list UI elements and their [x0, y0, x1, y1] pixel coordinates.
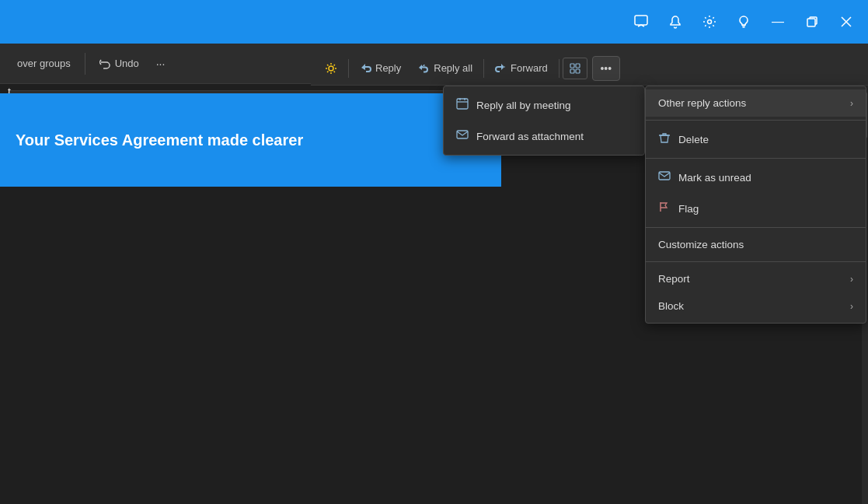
- mark-unread-label: Mark as unread: [678, 172, 751, 184]
- svg-rect-5: [576, 64, 580, 68]
- block-label: Block: [658, 300, 684, 312]
- reply-all-meeting-label: Reply all by meeting: [476, 100, 571, 111]
- customize-actions-item[interactable]: Customize actions: [646, 231, 866, 258]
- close-button[interactable]: [831, 6, 862, 37]
- lightbulb-icon[interactable]: [728, 6, 759, 37]
- other-reply-actions-label: Other reply actions: [658, 97, 746, 109]
- feedback-icon[interactable]: [626, 6, 657, 37]
- svg-rect-9: [457, 131, 468, 138]
- sep3: [559, 59, 559, 78]
- delete-label: Delete: [678, 134, 709, 145]
- dropdown-level2: Other reply actions › Delete Mark as unr…: [645, 86, 866, 324]
- flag-icon: [658, 201, 671, 216]
- svg-rect-0: [635, 16, 647, 25]
- block-arrow-icon: ›: [850, 301, 853, 312]
- sun-btn[interactable]: [317, 58, 345, 79]
- minimize-button[interactable]: —: [762, 6, 793, 37]
- more-options-btn[interactable]: ···: [150, 53, 172, 75]
- report-label: Report: [658, 273, 690, 285]
- action-more-btn[interactable]: •••: [592, 56, 620, 81]
- undo-label: Undo: [115, 58, 139, 69]
- other-reply-actions-item[interactable]: Other reply actions ›: [646, 89, 866, 117]
- email-hero-title: Your Services Agreement made clearer: [16, 131, 303, 149]
- svg-rect-8: [457, 99, 468, 109]
- undo-btn[interactable]: Undo: [92, 53, 147, 74]
- svg-rect-6: [570, 69, 574, 73]
- mark-unread-item[interactable]: Mark as unread: [646, 162, 866, 193]
- titlebar: —: [0, 0, 868, 44]
- forward-btn[interactable]: Forward: [487, 58, 556, 78]
- reply-label: Reply: [375, 62, 401, 74]
- svg-rect-10: [659, 172, 670, 180]
- restore-button[interactable]: [797, 6, 828, 37]
- svg-point-3: [329, 66, 333, 71]
- flag-label: Flag: [678, 203, 699, 215]
- block-item[interactable]: Block ›: [646, 292, 866, 320]
- forward-label: Forward: [511, 62, 548, 74]
- grid-view-btn[interactable]: [563, 58, 587, 79]
- cover-groups-btn[interactable]: over groups: [9, 53, 78, 74]
- mail-attachment-icon: [456, 128, 469, 144]
- forward-attachment-item[interactable]: Forward as attachment: [444, 121, 644, 152]
- action-bar: Reply Reply all Forward •••: [311, 51, 868, 86]
- svg-point-1: [708, 20, 712, 24]
- dd-sep-4: [646, 261, 866, 262]
- reply-all-meeting-item[interactable]: Reply all by meeting: [444, 89, 644, 121]
- bell-icon[interactable]: [660, 6, 691, 37]
- svg-rect-4: [570, 64, 574, 68]
- cover-groups-label: over groups: [17, 58, 71, 69]
- flag-item[interactable]: Flag: [646, 193, 866, 224]
- svg-rect-7: [576, 69, 580, 73]
- report-arrow-icon: ›: [850, 274, 853, 285]
- calendar-icon: [456, 97, 469, 113]
- sep1: [348, 59, 349, 78]
- reply-all-btn[interactable]: Reply all: [410, 58, 480, 78]
- dd-sep-1: [646, 120, 866, 121]
- customize-actions-label: Customize actions: [658, 239, 744, 250]
- sep2: [483, 59, 484, 78]
- toolbar-divider-1: [85, 53, 85, 75]
- email-hero: Your Services Agreement made clearer: [0, 93, 501, 187]
- delete-item[interactable]: Delete: [646, 124, 866, 155]
- trash-icon: [658, 131, 671, 147]
- reply-btn[interactable]: Reply: [352, 58, 409, 78]
- svg-rect-2: [807, 19, 815, 26]
- other-reply-arrow-icon: ›: [850, 98, 853, 109]
- dd-sep-2: [646, 158, 866, 159]
- forward-attachment-label: Forward as attachment: [476, 131, 584, 142]
- reply-all-label: Reply all: [434, 62, 472, 74]
- dd-sep-3: [646, 227, 866, 228]
- dropdown-level1: Reply all by meeting Forward as attachme…: [443, 86, 645, 156]
- settings-icon[interactable]: [694, 6, 725, 37]
- mail-unread-icon: [658, 170, 671, 185]
- report-item[interactable]: Report ›: [646, 265, 866, 292]
